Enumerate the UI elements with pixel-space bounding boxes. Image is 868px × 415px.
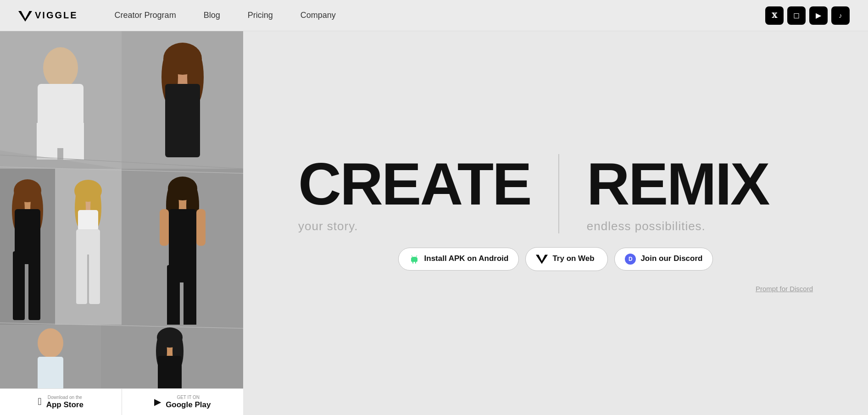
action-buttons: Install APK on Android Try on Web D Join… [271, 247, 840, 271]
hero-words: CREATE your story. REMIX endless possibi… [271, 154, 840, 233]
instagram-link[interactable]: ◻ [787, 6, 806, 25]
hero-section: CREATE your story. REMIX endless possibi… [243, 31, 868, 415]
tiktok-icon: ♪ [839, 11, 842, 19]
hero-remix-block: REMIX endless possibilities. [558, 154, 840, 233]
brand-name: VIGGLE [35, 10, 78, 21]
hero-create-word: CREATE [298, 154, 531, 214]
image-collage:  Download on the App Store ▶ GET IT ON … [0, 31, 243, 415]
try-web-label: Try on Web [552, 254, 594, 263]
store-buttons-overlay:  Download on the App Store ▶ GET IT ON … [0, 388, 243, 415]
youtube-link[interactable]: ▶ [809, 6, 828, 25]
instagram-icon: ◻ [793, 11, 800, 20]
viggle-v-icon [536, 253, 548, 265]
collage-svg [0, 31, 243, 415]
brand-logo[interactable]: VIGGLE [18, 9, 78, 22]
svg-rect-40 [160, 209, 169, 246]
tiktok-link[interactable]: ♪ [831, 6, 850, 25]
svg-rect-13 [165, 84, 200, 157]
hero-remix-subtext: endless possibilities. [587, 219, 813, 233]
nav-pricing[interactable]: Pricing [248, 11, 273, 20]
nav-creator-program[interactable]: Creator Program [115, 11, 176, 20]
viggle-logo-icon [18, 9, 32, 22]
svg-rect-6 [63, 123, 84, 160]
google-play-small-label: GET IT ON [166, 394, 211, 400]
android-icon [409, 254, 420, 265]
app-store-small-label: Download on the [46, 394, 83, 400]
svg-rect-41 [196, 209, 206, 246]
hero-remix-word: REMIX [587, 154, 813, 214]
navbar: VIGGLE Creator Program Blog Pricing Comp… [0, 0, 868, 31]
svg-point-3 [43, 47, 78, 89]
discord-icon: D [625, 254, 636, 265]
svg-marker-62 [536, 255, 548, 264]
hero-create-block: CREATE your story. [271, 154, 558, 233]
twitter-icon: 𝕏 [772, 11, 777, 20]
svg-line-61 [416, 255, 417, 257]
youtube-icon: ▶ [816, 11, 821, 20]
svg-point-43 [38, 328, 63, 358]
page-body:  Download on the App Store ▶ GET IT ON … [0, 0, 868, 415]
play-icon: ▶ [154, 396, 161, 407]
install-apk-button[interactable]: Install APK on Android [398, 248, 519, 271]
svg-rect-55 [0, 288, 243, 325]
apple-icon:  [38, 396, 42, 408]
svg-rect-5 [37, 123, 57, 160]
google-play-main-label: Google Play [166, 400, 211, 409]
install-apk-label: Install APK on Android [424, 254, 509, 263]
nav-links: Creator Program Blog Pricing Company [115, 11, 765, 20]
nav-company[interactable]: Company [300, 11, 336, 20]
nav-blog[interactable]: Blog [204, 11, 220, 20]
hero-create-subtext: your story. [298, 219, 531, 233]
google-play-button[interactable]: ▶ GET IT ON Google Play [122, 389, 244, 415]
svg-marker-0 [18, 11, 32, 22]
discord-button[interactable]: D Join our Discord [614, 248, 713, 271]
app-store-main-label: App Store [46, 400, 83, 409]
svg-line-60 [412, 255, 412, 257]
svg-rect-28 [78, 210, 98, 231]
discord-label: Join our Discord [640, 254, 702, 263]
social-links: 𝕏 ◻ ▶ ♪ [765, 6, 850, 25]
discord-prompt-link[interactable]: Prompt for Discord [271, 285, 840, 293]
twitter-link[interactable]: 𝕏 [765, 6, 784, 25]
app-store-button[interactable]:  Download on the App Store [0, 389, 122, 415]
try-web-button[interactable]: Try on Web [525, 247, 608, 271]
